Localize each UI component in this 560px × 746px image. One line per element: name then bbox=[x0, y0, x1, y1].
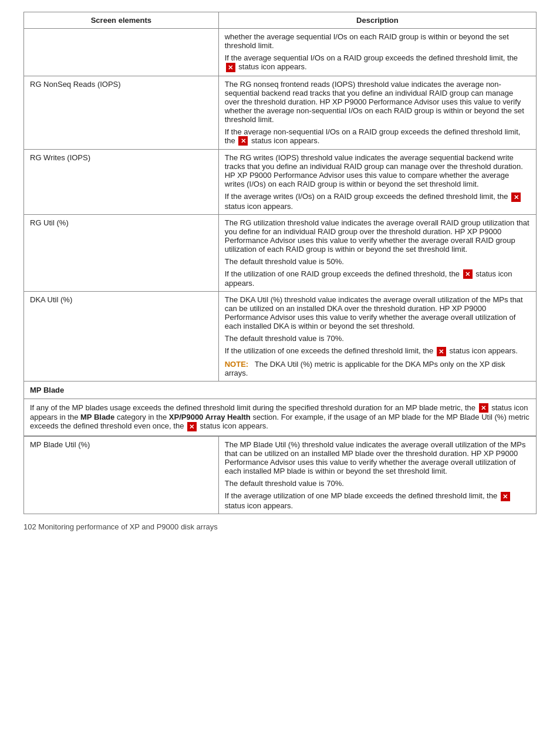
table-row: DKA Util (%) The DKA Util (%) threshold … bbox=[24, 292, 537, 382]
status-icon: ✕ bbox=[501, 492, 510, 501]
row0-label bbox=[24, 29, 219, 76]
mp-blade-desc: The MP Blade Util (%) threshold value in… bbox=[218, 436, 536, 514]
row0-desc: whether the average sequential I/Os on e… bbox=[218, 29, 536, 76]
row3-p2: The default threshold value is 50%. bbox=[225, 257, 530, 266]
table-row: RG Util (%) The RG utilization threshold… bbox=[24, 214, 537, 292]
row3-p1: The RG utilization threshold value indic… bbox=[225, 218, 530, 254]
status-icon: ✕ bbox=[463, 269, 473, 279]
bold-mp-blade: MP Blade bbox=[80, 413, 114, 421]
row4-p3: If the utilization of one exceeds the de… bbox=[225, 346, 530, 356]
mp-p2: The default threshold value is 70%. bbox=[225, 479, 530, 488]
note-label: NOTE: bbox=[225, 360, 248, 369]
footer-text: 102 Monitoring performance of XP and P90… bbox=[23, 522, 537, 531]
row4-label: DKA Util (%) bbox=[24, 292, 219, 382]
status-icon: ✕ bbox=[238, 136, 248, 146]
mp-p1: The MP Blade Util (%) threshold value in… bbox=[225, 440, 530, 475]
status-icon: ✕ bbox=[226, 63, 235, 72]
table-row: whether the average sequential I/Os on e… bbox=[24, 29, 537, 76]
table-row: RG Writes (IOPS) The RG writes (IOPS) th… bbox=[24, 150, 537, 215]
status-icon: ✕ bbox=[479, 403, 488, 413]
mp-p3: If the average utilization of one MP bla… bbox=[225, 491, 530, 510]
row4-desc: The DKA Util (%) threshold value indicat… bbox=[218, 292, 536, 382]
mp-blade-section-intro: If any of the MP blades usage exceeds th… bbox=[23, 399, 537, 436]
status-icon: ✕ bbox=[437, 347, 446, 356]
col1-header: Screen elements bbox=[24, 12, 219, 29]
table-row: RG NonSeq Reads (IOPS) The RG nonseq fro… bbox=[24, 76, 537, 150]
row4-p1: The DKA Util (%) threshold value indicat… bbox=[225, 295, 530, 330]
row0-p2: If the average sequential I/Os on a RAID… bbox=[225, 53, 530, 72]
row0-p1: whether the average sequential I/Os on e… bbox=[225, 32, 530, 50]
mp-blade-table: MP Blade Util (%) The MP Blade Util (%) … bbox=[23, 436, 537, 514]
row1-p2: If the average non-sequential I/Os on a … bbox=[225, 127, 530, 146]
col2-header: Description bbox=[218, 12, 536, 29]
row4-note: NOTE: The DKA Util (%) metric is applica… bbox=[225, 360, 530, 377]
row3-desc: The RG utilization threshold value indic… bbox=[218, 214, 536, 292]
row4-p2: The default threshold value is 70%. bbox=[225, 334, 530, 343]
main-table: Screen elements Description whether the … bbox=[23, 12, 537, 382]
row3-p3: If the utilization of one RAID group exc… bbox=[225, 269, 530, 288]
mp-blade-label: MP Blade Util (%) bbox=[24, 436, 219, 514]
mp-blade-row: MP Blade Util (%) The MP Blade Util (%) … bbox=[24, 436, 537, 514]
status-icon: ✕ bbox=[511, 193, 521, 202]
row1-label: RG NonSeq Reads (IOPS) bbox=[24, 76, 219, 150]
row2-p1: The RG writes (IOPS) threshold value ind… bbox=[225, 153, 530, 188]
row2-p2: If the average writes (I/Os) on a RAID g… bbox=[225, 192, 530, 211]
row2-label: RG Writes (IOPS) bbox=[24, 150, 219, 215]
status-icon: ✕ bbox=[187, 422, 197, 431]
mp-blade-section-header: MP Blade bbox=[23, 382, 537, 399]
row1-p1: The RG nonseq frontend reads (IOPS) thre… bbox=[225, 80, 530, 124]
bold-xp: XP/P9000 Array Health bbox=[169, 413, 251, 421]
row1-desc: The RG nonseq frontend reads (IOPS) thre… bbox=[218, 76, 536, 150]
row3-label: RG Util (%) bbox=[24, 214, 219, 292]
row2-desc: The RG writes (IOPS) threshold value ind… bbox=[218, 150, 536, 215]
